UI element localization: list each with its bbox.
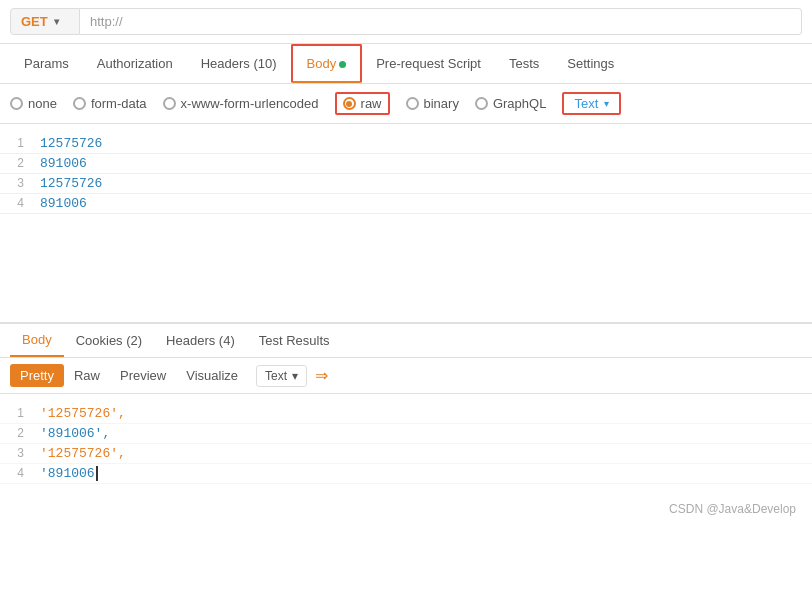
- label-formdata: form-data: [91, 96, 147, 111]
- req-content-3: 12575726: [40, 176, 102, 191]
- req-linenum-3: 3: [10, 176, 24, 190]
- option-formdata[interactable]: form-data: [73, 96, 147, 111]
- tab-headers[interactable]: Headers (10): [187, 46, 291, 81]
- request-body-editor[interactable]: 1 12575726 2 891006 3 12575726 4 891006: [0, 124, 812, 324]
- resp-tab-body[interactable]: Body: [10, 324, 64, 357]
- text-format-dropdown[interactable]: Text ▾: [562, 92, 621, 115]
- req-content-2: 891006: [40, 156, 87, 171]
- label-graphql: GraphQL: [493, 96, 546, 111]
- resp-linenum-4: 4: [10, 466, 24, 480]
- label-none: none: [28, 96, 57, 111]
- option-urlencoded[interactable]: x-www-form-urlencoded: [163, 96, 319, 111]
- req-line-3: 3 12575726: [0, 174, 812, 194]
- tab-prerequest[interactable]: Pre-request Script: [362, 46, 495, 81]
- text-format-label: Text: [574, 96, 598, 111]
- resp-line-2: 2 '891006',: [0, 424, 812, 444]
- resp-line-1: 1 '12575726',: [0, 404, 812, 424]
- resp-subtab-visualize[interactable]: Visualize: [176, 364, 248, 387]
- request-tabs: Params Authorization Headers (10) Body P…: [0, 44, 812, 84]
- response-section: Body Cookies (2) Headers (4) Test Result…: [0, 324, 812, 494]
- option-none[interactable]: none: [10, 96, 57, 111]
- resp-subtab-pretty[interactable]: Pretty: [10, 364, 64, 387]
- method-select[interactable]: GET ▾: [10, 8, 80, 35]
- tab-settings[interactable]: Settings: [553, 46, 628, 81]
- resp-linenum-1: 1: [10, 406, 24, 420]
- resp-text-label: Text: [265, 369, 287, 383]
- resp-content-1: '12575726',: [40, 406, 126, 421]
- radio-none: [10, 97, 23, 110]
- wrap-icon[interactable]: ⇒: [315, 366, 328, 385]
- response-tabs: Body Cookies (2) Headers (4) Test Result…: [0, 324, 812, 358]
- resp-linenum-2: 2: [10, 426, 24, 440]
- resp-line-4: 4 '891006: [0, 464, 812, 484]
- resp-content-4: '891006: [40, 466, 105, 481]
- body-type-row: none form-data x-www-form-urlencoded raw…: [0, 84, 812, 124]
- req-line-2: 2 891006: [0, 154, 812, 174]
- option-graphql[interactable]: GraphQL: [475, 96, 546, 111]
- resp-linenum-3: 3: [10, 446, 24, 460]
- method-chevron: ▾: [54, 16, 59, 27]
- watermark: CSDN @Java&Develop: [0, 494, 812, 524]
- resp-subtab-raw[interactable]: Raw: [64, 364, 110, 387]
- tab-tests[interactable]: Tests: [495, 46, 553, 81]
- tab-authorization[interactable]: Authorization: [83, 46, 187, 81]
- radio-graphql: [475, 97, 488, 110]
- req-line-4: 4 891006: [0, 194, 812, 214]
- resp-text-select[interactable]: Text ▾: [256, 365, 307, 387]
- resp-content-3: '12575726',: [40, 446, 126, 461]
- req-line-1: 1 12575726: [0, 134, 812, 154]
- radio-formdata: [73, 97, 86, 110]
- req-linenum-4: 4: [10, 196, 24, 210]
- resp-tab-headers[interactable]: Headers (4): [154, 325, 247, 356]
- req-content-4: 891006: [40, 196, 87, 211]
- resp-tab-testresults[interactable]: Test Results: [247, 325, 342, 356]
- response-body-viewer: 1 '12575726', 2 '891006', 3 '12575726', …: [0, 394, 812, 494]
- option-binary[interactable]: binary: [406, 96, 459, 111]
- req-linenum-1: 1: [10, 136, 24, 150]
- resp-line-3: 3 '12575726',: [0, 444, 812, 464]
- option-raw[interactable]: raw: [335, 92, 390, 115]
- radio-urlencoded: [163, 97, 176, 110]
- resp-subtab-preview[interactable]: Preview: [110, 364, 176, 387]
- resp-content-2: '891006',: [40, 426, 110, 441]
- response-subtabs: Pretty Raw Preview Visualize Text ▾ ⇒: [0, 358, 812, 394]
- label-binary: binary: [424, 96, 459, 111]
- req-linenum-2: 2: [10, 156, 24, 170]
- radio-binary: [406, 97, 419, 110]
- url-bar: GET ▾: [0, 0, 812, 44]
- resp-tab-cookies[interactable]: Cookies (2): [64, 325, 154, 356]
- text-format-chevron: ▾: [604, 98, 609, 109]
- url-input[interactable]: [80, 8, 802, 35]
- req-content-1: 12575726: [40, 136, 102, 151]
- tab-params[interactable]: Params: [10, 46, 83, 81]
- body-dot: [339, 61, 346, 68]
- label-urlencoded: x-www-form-urlencoded: [181, 96, 319, 111]
- tab-body[interactable]: Body: [291, 44, 363, 83]
- label-raw: raw: [361, 96, 382, 111]
- method-label: GET: [21, 14, 48, 29]
- radio-raw: [343, 97, 356, 110]
- resp-text-chevron: ▾: [292, 369, 298, 383]
